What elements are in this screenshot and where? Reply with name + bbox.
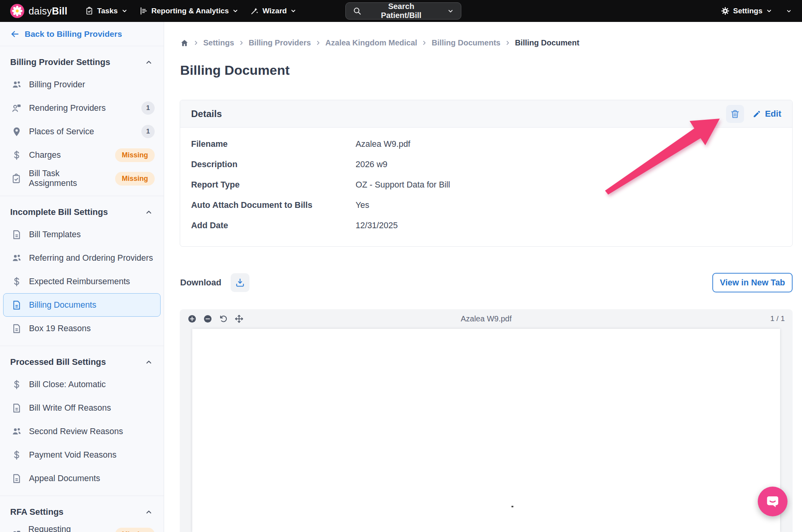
sidebar-item-appeal-documents[interactable]: Appeal Documents	[3, 467, 161, 490]
users-icon	[11, 253, 22, 263]
chevron-right-icon	[505, 40, 511, 46]
nav-item-label: Wizard	[262, 7, 287, 15]
sidebar-item-label: Charges	[29, 150, 61, 160]
delete-document-button[interactable]	[726, 105, 744, 123]
details-body: FilenameAzalea W9.pdfDescription2026 w9R…	[180, 128, 792, 236]
pan-button[interactable]	[235, 314, 244, 323]
sidebar-item-bill-task-assignments[interactable]: Bill Task AssignmentsMissing	[3, 167, 161, 190]
chevron-up-icon	[145, 58, 153, 66]
nav-item-tasks[interactable]: Tasks	[79, 0, 133, 22]
sidebar-item-expected-reimbursements[interactable]: Expected Reimbursements	[3, 270, 161, 293]
chevron-right-icon	[421, 40, 427, 46]
detail-value: OZ - Support Data for Bill	[356, 180, 450, 190]
nav-item-label: Tasks	[97, 7, 117, 15]
sidebar: Back to Billing Providers Billing Provid…	[0, 22, 164, 532]
detail-label: Filename	[191, 139, 356, 149]
sidebar-item-second-review-reasons[interactable]: Second Review Reasons	[3, 420, 161, 443]
pdf-viewer-body[interactable]	[180, 328, 793, 532]
sidebar-item-rendering-providers[interactable]: Rendering Providers1	[3, 96, 161, 120]
brand-daisy: daisy	[29, 5, 52, 16]
missing-badge: Missing	[115, 172, 155, 186]
document-icon	[11, 300, 22, 310]
top-nav: daisyBill Tasks Reporting & Analytics Wi…	[0, 0, 802, 22]
sidebar-item-places-of-service[interactable]: Places of Service1	[3, 120, 161, 143]
breadcrumb-link-settings[interactable]: Settings	[203, 38, 234, 47]
breadcrumb-link-billing-documents[interactable]: Billing Documents	[432, 38, 500, 47]
page-title: Billing Document	[180, 63, 290, 78]
nav-item-settings[interactable]: Settings	[721, 0, 772, 22]
pan-icon	[235, 314, 244, 323]
sidebar-item-billing-provider[interactable]: Billing Provider	[3, 73, 161, 96]
detail-row-add-date: Add Date12/31/2025	[180, 215, 792, 236]
breadcrumb: SettingsBilling ProvidersAzalea Kingdom …	[180, 38, 579, 47]
pdf-filename: Azalea W9.pdf	[180, 314, 793, 323]
settings-label: Settings	[733, 7, 762, 15]
zoom-in-button[interactable]	[188, 314, 197, 323]
back-link-label: Back to Billing Providers	[25, 29, 122, 39]
account-menu[interactable]	[783, 8, 792, 14]
sidebar-section-header[interactable]: RFA Settings	[0, 501, 164, 523]
sidebar-section-incomplete-bill-settings: Incomplete Bill SettingsBill TemplatesRe…	[0, 196, 164, 346]
sidebar-item-box-19-reasons[interactable]: Box 19 Reasons	[3, 317, 161, 340]
sidebar-item-payment-void-reasons[interactable]: Payment Void Reasons	[3, 443, 161, 467]
rotate-button[interactable]	[219, 314, 228, 323]
edit-button[interactable]: Edit	[753, 109, 781, 119]
breadcrumb-link-azalea-kingdom-medical[interactable]: Azalea Kingdom Medical	[325, 38, 417, 47]
sidebar-item-label: Billing Documents	[29, 300, 96, 310]
sidebar-item-requesting-physicians[interactable]: Requesting PhysiciansMissing	[3, 523, 161, 532]
sidebar-section-billing-provider-settings: Billing Provider SettingsBilling Provide…	[0, 46, 164, 196]
chevron-right-icon	[193, 40, 199, 46]
zoom-out-button[interactable]	[203, 314, 212, 323]
sidebar-item-label: Appeal Documents	[29, 474, 100, 483]
chevron-right-icon	[315, 40, 321, 46]
missing-badge: Missing	[115, 528, 155, 532]
sidebar-item-charges[interactable]: ChargesMissing	[3, 143, 161, 167]
chevron-up-icon	[145, 508, 153, 516]
nav-item-reporting-analytics[interactable]: Reporting & Analytics	[134, 0, 245, 22]
gear-icon	[721, 7, 730, 15]
chevron-down-icon	[290, 8, 296, 14]
sidebar-item-bill-templates[interactable]: Bill Templates	[3, 223, 161, 246]
home-icon[interactable]	[180, 39, 189, 47]
sidebar-section-header[interactable]: Billing Provider Settings	[0, 51, 164, 73]
count-badge: 1	[141, 101, 155, 115]
daisy-flower-icon	[10, 4, 24, 18]
main-content: SettingsBilling ProvidersAzalea Kingdom …	[164, 22, 802, 532]
sidebar-section-title: RFA Settings	[10, 507, 63, 517]
sidebar-section-title: Billing Provider Settings	[10, 57, 110, 67]
edit-label: Edit	[765, 109, 781, 119]
chevron-up-icon	[145, 208, 153, 216]
sidebar-item-label: Places of Service	[29, 127, 94, 137]
pencil-icon	[753, 110, 761, 118]
view-in-new-tab-button[interactable]: View in New Tab	[712, 273, 793, 292]
users-icon	[11, 426, 22, 437]
search-label: Search Patient/Bill	[367, 2, 435, 20]
arrow-left-icon	[10, 29, 20, 39]
sidebar-item-label: Billing Provider	[29, 80, 85, 90]
nav-item-wizard[interactable]: Wizard	[244, 0, 302, 22]
sidebar-item-label: Bill Templates	[29, 230, 81, 240]
detail-row-description: Description2026 w9	[180, 154, 792, 175]
chevron-down-icon	[786, 8, 792, 14]
sidebar-item-billing-documents[interactable]: Billing Documents	[3, 293, 161, 317]
plus-circle-icon	[188, 314, 197, 323]
chat-launcher-button[interactable]	[758, 487, 788, 516]
back-to-billing-providers-link[interactable]: Back to Billing Providers	[0, 22, 164, 46]
users-icon	[11, 79, 22, 90]
breadcrumb-link-billing-providers[interactable]: Billing Providers	[249, 38, 311, 47]
sidebar-section-header[interactable]: Incomplete Bill Settings	[0, 201, 164, 223]
sidebar-item-bill-write-off-reasons[interactable]: Bill Write Off Reasons	[3, 396, 161, 420]
daisybill-logo[interactable]: daisyBill	[10, 4, 67, 18]
download-button[interactable]	[231, 273, 249, 292]
sidebar-section-header[interactable]: Processed Bill Settings	[0, 351, 164, 373]
detail-label: Auto Attach Document to Bills	[191, 200, 356, 210]
dollar-icon	[11, 150, 22, 161]
details-actions: Edit	[726, 105, 781, 123]
sidebar-item-referring-and-ordering-providers[interactable]: Referring and Ordering Providers	[3, 246, 161, 270]
detail-row-report-type: Report TypeOZ - Support Data for Bill	[180, 175, 792, 195]
search-patient-bill-button[interactable]: Search Patient/Bill	[345, 2, 461, 20]
sidebar-item-bill-close-automatic[interactable]: Bill Close: Automatic	[3, 373, 161, 396]
document-icon	[11, 473, 22, 484]
brand-name: daisyBill	[29, 5, 67, 17]
provider-icon	[11, 529, 22, 532]
